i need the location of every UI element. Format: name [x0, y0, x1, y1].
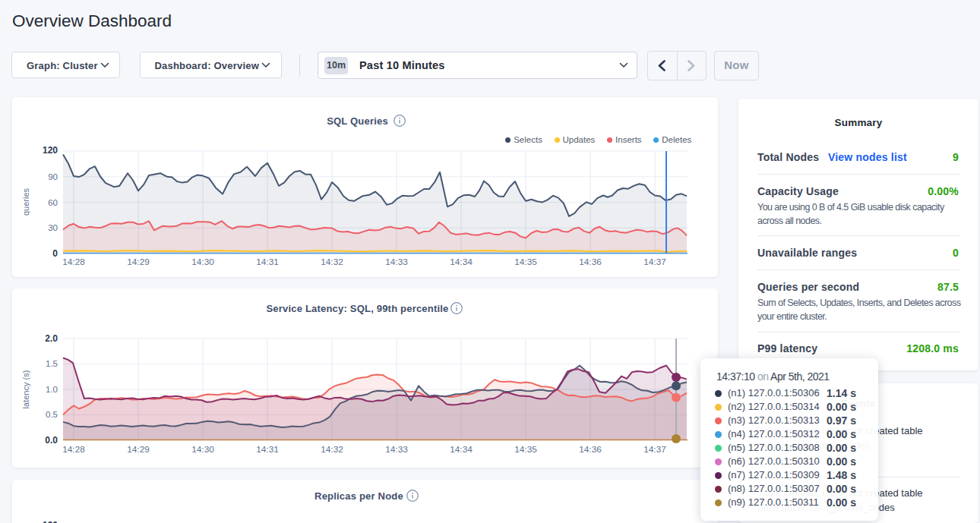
- svg-text:1.0: 1.0: [46, 385, 58, 394]
- svg-text:14:29: 14:29: [127, 257, 150, 267]
- svg-text:90: 90: [48, 172, 58, 181]
- svg-text:0.0: 0.0: [45, 435, 58, 446]
- svg-text:2.0: 2.0: [45, 333, 58, 344]
- svg-text:14:35: 14:35: [514, 257, 537, 267]
- svg-text:14:33: 14:33: [385, 444, 408, 455]
- svg-text:120: 120: [43, 145, 58, 156]
- svg-text:0: 0: [52, 248, 58, 259]
- svg-text:14:37: 14:37: [643, 444, 666, 455]
- svg-text:14:33: 14:33: [385, 257, 408, 267]
- svg-text:14:30: 14:30: [191, 444, 214, 455]
- svg-text:1.5: 1.5: [46, 359, 58, 368]
- svg-text:latency (s): latency (s): [21, 370, 30, 409]
- svg-text:14:32: 14:32: [321, 444, 343, 455]
- svg-text:14:30: 14:30: [191, 257, 214, 267]
- svg-text:14:34: 14:34: [450, 257, 473, 267]
- svg-text:14:32: 14:32: [321, 257, 343, 267]
- svg-text:30: 30: [48, 223, 58, 232]
- svg-text:14:31: 14:31: [256, 444, 279, 455]
- svg-text:0.5: 0.5: [46, 410, 58, 419]
- svg-text:14:37: 14:37: [643, 257, 666, 267]
- svg-text:14:28: 14:28: [62, 257, 85, 267]
- svg-text:14:36: 14:36: [579, 257, 602, 267]
- svg-text:14:29: 14:29: [127, 444, 150, 455]
- svg-text:14:28: 14:28: [62, 444, 85, 455]
- svg-text:queries: queries: [21, 187, 30, 216]
- svg-text:14:31: 14:31: [256, 257, 279, 267]
- svg-text:60: 60: [48, 198, 58, 207]
- svg-text:14:35: 14:35: [514, 444, 537, 455]
- svg-text:14:34: 14:34: [450, 444, 473, 455]
- svg-text:14:36: 14:36: [579, 444, 602, 455]
